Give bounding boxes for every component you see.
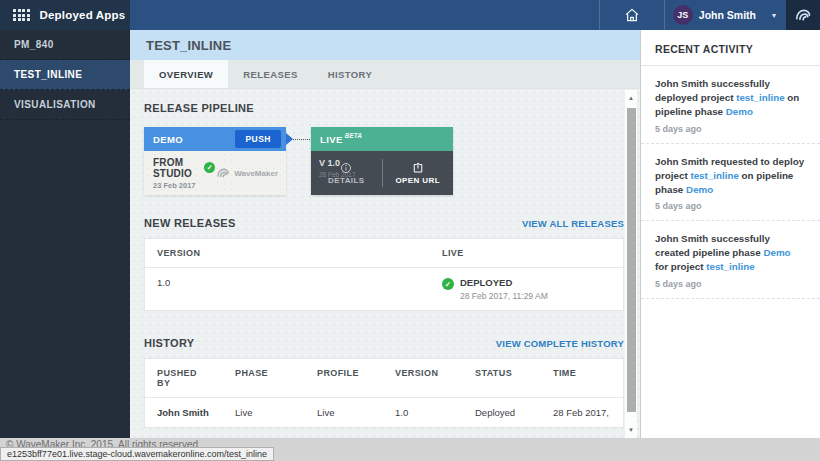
user-name: John Smith [699,9,756,21]
wavemaker-logo-text: WaveMaker [234,169,278,178]
sidebar-item-test-inline[interactable]: TEST_INLINE [0,60,130,90]
open-url-icon [412,162,424,174]
column-header-status: STATUS [463,359,541,397]
demo-date: 23 Feb 2017 [153,181,215,190]
home-icon [624,7,640,23]
tab-overview[interactable]: OVERVIEW [144,60,228,88]
activity-text-segment: John Smith successfully created pipeline… [655,233,770,258]
activity-phase-link[interactable]: Demo [686,184,713,195]
activity-text: John Smith requested to deploy project t… [655,155,806,197]
wavemaker-logo-block [786,0,820,30]
details-label: DETAILS [328,176,364,185]
avatar: JS [673,5,693,25]
from-studio-line: FROM STUDIO ✓ [153,157,215,179]
scroll-down-icon[interactable]: ▾ [625,424,637,436]
sidebar-item-label: TEST_INLINE [14,69,82,80]
deploy-status-block: DEPLOYED 28 Feb 2017, 11:29 AM [460,277,548,301]
main-scrollbar[interactable]: ▴ ▾ [625,90,637,438]
release-pipeline-heading: RELEASE PIPELINE [144,102,624,114]
screen: Deployed Apps JS John Smith ▾ P [0,0,820,461]
deploy-status-line: ✓ DEPLOYED 28 Feb 2017, 11:29 AM [442,277,611,301]
beta-badge: BETA [345,132,362,139]
recent-activity-heading: RECENT ACTIVITY [641,30,820,66]
status-bar-url: e1253bff77e01.live.stage-cloud.wavemaker… [0,447,274,461]
page-title: TEST_INLINE [146,38,231,53]
demo-phase-label: DEMO [153,134,183,145]
sidebar: PM_840 TEST_INLINE VISUALISATION [0,30,130,438]
column-header-time: TIME [541,359,623,397]
history-time-cell: 28 Feb 2017, [541,398,623,427]
tab-releases[interactable]: RELEASES [228,60,312,88]
recent-activity-panel: RECENT ACTIVITY John Smith successfully … [640,30,820,438]
column-header-version: VERSION [145,239,430,267]
history-profile-link[interactable]: Live [305,398,383,427]
pipeline-card-demo: DEMO PUSH FROM STUDIO ✓ 23 Feb 2017 [144,127,286,195]
activity-phase-link[interactable]: Demo [726,106,753,117]
user-menu[interactable]: JS John Smith ▾ [665,0,786,30]
demo-card-header: DEMO PUSH [144,127,286,151]
history-pushed-by-cell: John Smith [145,398,223,427]
scrollbar-thumb[interactable] [627,108,636,412]
pipeline-arrow-icon [286,133,293,145]
activity-item: John Smith successfully deployed project… [641,66,820,144]
tab-history[interactable]: HISTORY [313,60,388,88]
demo-source-block: FROM STUDIO ✓ 23 Feb 2017 [153,157,215,190]
history-header-row: HISTORY VIEW COMPLETE HISTORY [144,337,624,349]
activity-project-link[interactable]: test_inline [706,261,754,272]
new-releases-heading: NEW RELEASES [144,217,236,229]
pipeline-connector [293,139,310,140]
open-url-button[interactable]: OPEN URL [383,162,454,185]
column-header-phase: PHASE [223,359,305,397]
activity-project-link[interactable]: test_inline [690,170,738,181]
pipeline-card-live: LIVE BETA V 1.0 28 Feb 2017 DETAILS [311,127,453,195]
new-releases-table: VERSION LIVE 1.0 ✓ DEPLOYED 28 Feb 2017,… [144,238,624,311]
apps-grid-icon[interactable] [13,9,30,21]
new-releases-header-row: NEW RELEASES VIEW ALL RELEASES [144,217,624,229]
table-header-row: PUSHED BY PHASE PROFILE VERSION STATUS T… [145,359,623,398]
demo-card-body: FROM STUDIO ✓ 23 Feb 2017 WaveMake [144,151,286,195]
open-url-label: OPEN URL [395,176,440,185]
live-card-body: V 1.0 28 Feb 2017 DETAILS OPEN URL [311,151,453,195]
sidebar-item-pm-840[interactable]: PM_840 [0,30,130,60]
activity-text-segment: for project [655,261,703,272]
column-header-version: VERSION [383,359,463,397]
history-table: PUSHED BY PHASE PROFILE VERSION STATUS T… [144,358,624,428]
column-header-profile: PROFILE [305,359,383,397]
details-button[interactable]: DETAILS [311,162,382,185]
column-header-live: LIVE [430,239,623,267]
wavemaker-logo-gray: WaveMaker [215,165,278,181]
view-complete-history-link[interactable]: VIEW COMPLETE HISTORY [496,338,624,349]
history-phase-cell: Live [223,398,305,427]
activity-timestamp: 5 days ago [655,279,806,289]
activity-text: John Smith successfully created pipeline… [655,232,806,274]
wavemaker-wave-icon [215,165,231,181]
check-circle-icon: ✓ [442,278,454,290]
main-panel: TEST_INLINE OVERVIEW RELEASES HISTORY RE… [130,30,640,438]
deploy-time: 28 Feb 2017, 11:29 AM [460,291,548,301]
activity-text: John Smith successfully deployed project… [655,77,806,119]
scroll-up-icon[interactable]: ▴ [625,92,637,104]
topbar-right: JS John Smith ▾ [599,0,820,30]
app-brand: Deployed Apps [0,0,130,30]
activity-project-link[interactable]: test_inline [736,92,784,103]
history-version-cell: 1.0 [383,398,463,427]
activity-phase-link[interactable]: Demo [763,247,790,258]
sidebar-item-visualisation[interactable]: VISUALISATION [0,90,130,120]
tab-bar: OVERVIEW RELEASES HISTORY [130,60,640,89]
info-icon [340,162,352,174]
activity-item: John Smith successfully created pipeline… [641,221,820,299]
from-studio-label: FROM STUDIO [153,157,200,179]
history-heading: HISTORY [144,337,194,349]
column-header-pushed-by: PUSHED BY [145,359,223,397]
activity-timestamp: 5 days ago [655,201,806,211]
table-header-row: VERSION LIVE [145,239,623,268]
live-card-header: LIVE BETA [311,127,453,151]
view-all-releases-link[interactable]: VIEW ALL RELEASES [522,218,624,229]
home-button[interactable] [600,0,664,30]
push-button[interactable]: PUSH [235,130,281,148]
release-live-cell: ✓ DEPLOYED 28 Feb 2017, 11:29 AM [430,268,623,310]
activity-timestamp: 5 days ago [655,124,806,134]
main-content: RELEASE PIPELINE DEMO PUSH FROM STUDIO ✓ [130,89,640,438]
check-circle-icon: ✓ [204,162,215,173]
topbar: Deployed Apps JS John Smith ▾ [0,0,820,30]
